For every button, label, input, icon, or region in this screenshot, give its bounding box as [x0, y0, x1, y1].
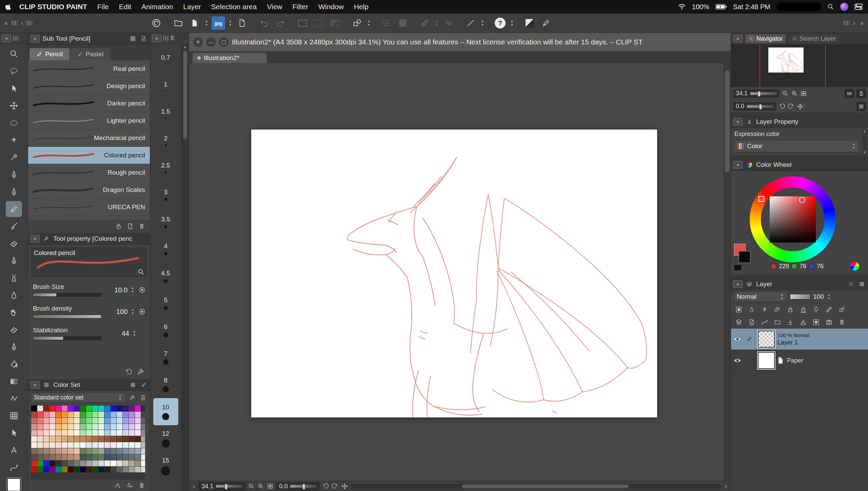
apple-menu-icon[interactable] — [5, 3, 12, 11]
palette-swatch[interactable] — [111, 430, 116, 436]
menu-item[interactable]: View — [267, 3, 282, 11]
subtool-add-icon[interactable] — [140, 35, 148, 42]
palette-swatch[interactable] — [98, 406, 104, 411]
palette-swatch[interactable] — [111, 460, 116, 466]
color-mode-toggle-icon[interactable] — [850, 262, 859, 271]
palette-swatch[interactable] — [62, 424, 67, 430]
grid-dots-icon[interactable] — [380, 16, 393, 30]
spotlight-search-icon[interactable] — [827, 3, 834, 10]
palette-swatch[interactable] — [43, 406, 49, 411]
zoom-tool[interactable] — [6, 46, 22, 62]
palette-swatch[interactable] — [117, 460, 122, 466]
palette-swatch[interactable] — [86, 436, 92, 442]
brush-tool[interactable] — [6, 218, 22, 234]
reset-view-icon[interactable] — [856, 102, 866, 111]
brush-size-option[interactable]: 7 — [153, 344, 178, 371]
palette-swatch[interactable] — [68, 442, 74, 448]
reference-layer-icon[interactable] — [746, 305, 757, 314]
palette-swatch[interactable] — [50, 436, 55, 442]
brush-size-option[interactable]: 6 — [153, 317, 178, 344]
palette-swatch[interactable] — [117, 418, 122, 424]
palette-swatch[interactable] — [135, 424, 141, 430]
palette-swatch[interactable] — [68, 418, 74, 424]
menu-item[interactable]: File — [97, 3, 109, 11]
zoom-in-icon[interactable] — [257, 483, 264, 490]
menu-item[interactable]: Help — [354, 3, 369, 11]
palette-swatch[interactable] — [62, 460, 67, 466]
wrench-icon[interactable] — [128, 394, 136, 401]
subtool-item[interactable]: Darker pencil — [28, 95, 150, 112]
new-folder-icon[interactable] — [772, 317, 783, 327]
line-stepper[interactable]: ▲▼ — [480, 20, 485, 26]
pressure-settings-icon[interactable] — [138, 286, 146, 294]
edit-color-set-icon[interactable] — [140, 381, 148, 388]
palette-swatch[interactable] — [37, 436, 43, 442]
navigator-thumbnail[interactable] — [768, 47, 804, 73]
rotation-value[interactable]: 0.0 — [279, 483, 288, 490]
panel-grip[interactable] — [13, 36, 19, 41]
dock-collapse-left-icon[interactable]: « — [3, 19, 9, 27]
palette-swatch[interactable] — [117, 454, 122, 460]
palette-swatch[interactable] — [111, 418, 116, 424]
palette-swatch[interactable] — [98, 454, 104, 460]
navigator-preview[interactable] — [731, 45, 868, 87]
layer-name[interactable]: Paper — [787, 357, 803, 364]
background-color-swatch[interactable] — [738, 251, 751, 263]
drawing-canvas[interactable] — [251, 130, 657, 417]
panel-grip[interactable] — [163, 36, 169, 41]
invert-selection-icon[interactable] — [328, 16, 342, 30]
replace-color-icon[interactable] — [126, 482, 133, 489]
zoom-value[interactable]: 34.1 — [201, 483, 213, 490]
palette-swatch[interactable] — [31, 454, 37, 460]
pencil-tool[interactable] — [6, 201, 22, 217]
redo-icon[interactable] — [274, 16, 287, 30]
palette-swatch[interactable] — [50, 467, 55, 472]
palette-swatch[interactable] — [92, 454, 98, 460]
palette-swatch[interactable] — [141, 412, 145, 417]
palette-swatch[interactable] — [104, 406, 110, 411]
palette-swatch[interactable] — [37, 467, 43, 472]
palette-swatch[interactable] — [68, 454, 74, 460]
palette-swatch[interactable] — [135, 454, 141, 460]
palette-swatch[interactable] — [74, 418, 80, 424]
palette-swatch[interactable] — [98, 448, 104, 454]
flip-vertical-icon[interactable] — [856, 89, 866, 98]
deselect-icon[interactable] — [312, 16, 326, 30]
color-set-select[interactable]: Standard color set ▲▼ — [31, 392, 125, 402]
menubar-clock[interactable]: Sat 2:48 PM — [733, 3, 770, 11]
palette-swatch[interactable] — [129, 424, 135, 430]
opacity-slider[interactable] — [790, 294, 810, 299]
palette-swatch[interactable] — [86, 430, 92, 436]
palette-swatch[interactable] — [50, 448, 55, 454]
scroll-left-icon[interactable]: ‹ — [192, 483, 196, 490]
ink-tool[interactable] — [6, 339, 22, 355]
brush-size-option[interactable]: 3.5 — [153, 208, 178, 235]
palette-swatch[interactable] — [74, 442, 80, 448]
palette-swatch[interactable] — [31, 467, 37, 472]
palette-swatch[interactable] — [50, 418, 55, 424]
ruler-range-icon[interactable] — [823, 305, 835, 314]
palette-swatch[interactable] — [56, 412, 61, 417]
palette-swatch[interactable] — [104, 467, 110, 472]
select-rect-icon[interactable] — [296, 16, 309, 30]
new-canvas-stepper[interactable]: ▲▼ — [204, 20, 209, 26]
palette-swatch[interactable] — [80, 424, 86, 430]
palette-swatch[interactable] — [86, 448, 92, 454]
palette-swatch[interactable] — [43, 418, 49, 424]
palette-swatch[interactable] — [129, 430, 135, 436]
palette-swatch[interactable] — [104, 430, 110, 436]
advanced-settings-icon[interactable] — [137, 368, 144, 376]
brush-size-slider[interactable] — [33, 293, 101, 297]
palette-swatch[interactable] — [123, 418, 129, 424]
palette-swatch[interactable] — [135, 448, 141, 454]
palette-swatch[interactable] — [80, 436, 86, 442]
text-tool[interactable] — [6, 442, 22, 458]
opacity-stepper[interactable]: ▲▼ — [827, 293, 831, 300]
operation-tool[interactable] — [6, 425, 22, 441]
transfer-down-icon[interactable] — [785, 317, 796, 327]
rotate-left-icon[interactable] — [322, 483, 329, 490]
palette-swatch[interactable] — [50, 454, 55, 460]
palette-swatch[interactable] — [129, 418, 135, 424]
palette-swatch[interactable] — [92, 448, 98, 454]
palette-swatch[interactable] — [56, 424, 61, 430]
